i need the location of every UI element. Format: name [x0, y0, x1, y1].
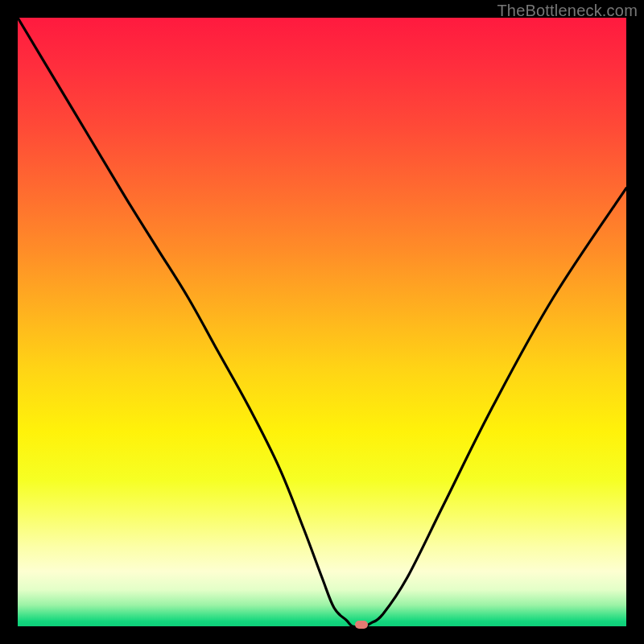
chart-frame: TheBottleneck.com	[0, 0, 644, 644]
curve-svg	[18, 18, 626, 626]
optimal-point-marker	[355, 621, 368, 629]
bottleneck-curve	[18, 18, 626, 626]
plot-area	[18, 18, 626, 626]
